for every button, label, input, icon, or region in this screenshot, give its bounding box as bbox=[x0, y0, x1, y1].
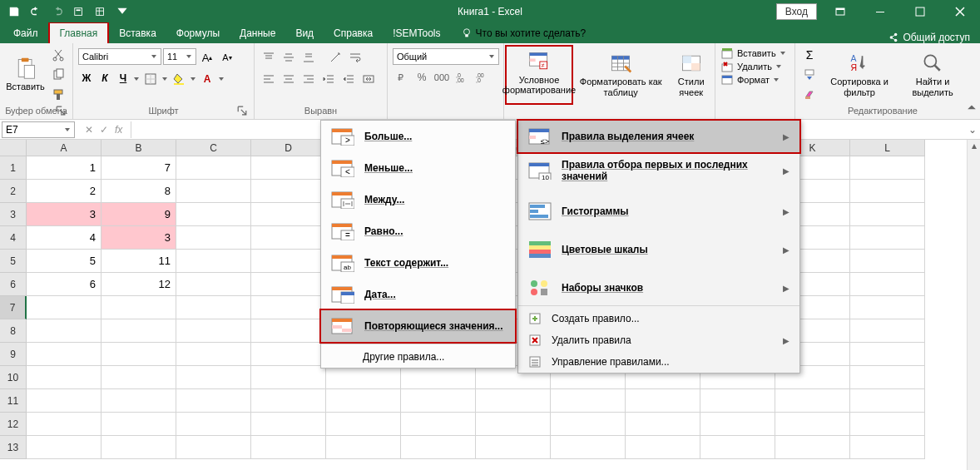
row-header[interactable]: 12 bbox=[0, 413, 27, 436]
underline-button[interactable]: Ч bbox=[115, 70, 131, 87]
menu-text-contains[interactable]: ab Текст содержит... bbox=[321, 247, 515, 279]
sort-filter-button[interactable]: AЯ Сортировка и фильтр bbox=[822, 48, 897, 100]
cell[interactable] bbox=[850, 343, 925, 366]
cell[interactable] bbox=[176, 389, 251, 413]
fontcolor-dropdown[interactable] bbox=[218, 70, 225, 88]
cell[interactable] bbox=[326, 389, 401, 413]
cell[interactable] bbox=[251, 319, 326, 343]
login-button[interactable]: Вход bbox=[776, 3, 817, 20]
italic-button[interactable]: К bbox=[97, 70, 113, 87]
cell[interactable] bbox=[476, 436, 551, 459]
maximize-icon[interactable] bbox=[903, 0, 937, 22]
cell[interactable]: 5 bbox=[27, 250, 101, 273]
copy-icon[interactable] bbox=[49, 66, 67, 84]
borders-dropdown[interactable] bbox=[161, 70, 168, 88]
cell[interactable] bbox=[251, 436, 326, 459]
collapse-ribbon-icon[interactable] bbox=[967, 103, 977, 116]
cell[interactable] bbox=[551, 389, 626, 413]
select-all-corner[interactable] bbox=[0, 140, 27, 156]
redo-icon[interactable] bbox=[48, 2, 67, 21]
comma-icon[interactable]: 000 bbox=[433, 68, 451, 87]
cell[interactable] bbox=[251, 296, 326, 319]
dialog-launcher-icon[interactable] bbox=[237, 106, 247, 116]
cell[interactable] bbox=[850, 413, 925, 436]
cell[interactable]: 12 bbox=[101, 273, 176, 296]
cell[interactable] bbox=[326, 366, 401, 389]
cell[interactable] bbox=[700, 436, 775, 459]
cell[interactable] bbox=[176, 226, 251, 250]
minimize-icon[interactable] bbox=[864, 0, 897, 22]
column-header[interactable]: L bbox=[850, 140, 925, 156]
tab-semtools[interactable]: !SEMTools bbox=[383, 23, 450, 43]
row-header[interactable]: 11 bbox=[0, 389, 27, 413]
ribbon-options-icon[interactable] bbox=[824, 0, 857, 22]
undo-icon[interactable] bbox=[27, 2, 45, 21]
cell[interactable]: 1 bbox=[27, 156, 101, 180]
cell[interactable]: 8 bbox=[101, 180, 176, 203]
fill-down-icon[interactable] bbox=[800, 66, 819, 84]
autosum-icon[interactable]: Σ bbox=[800, 46, 819, 64]
fill-color-icon[interactable] bbox=[170, 70, 188, 88]
cell[interactable] bbox=[850, 319, 925, 343]
cell[interactable] bbox=[850, 296, 925, 319]
cell[interactable] bbox=[101, 366, 176, 389]
cell[interactable] bbox=[476, 389, 551, 413]
close-icon[interactable] bbox=[943, 0, 977, 22]
cell[interactable] bbox=[27, 319, 101, 343]
cell[interactable] bbox=[101, 319, 176, 343]
menu-less-than[interactable]: < Меньше... bbox=[321, 152, 515, 184]
dialog-launcher-icon[interactable] bbox=[56, 106, 66, 116]
conditional-formatting-button[interactable]: ≠ Условное форматирование bbox=[505, 45, 573, 105]
bold-button[interactable]: Ж bbox=[78, 70, 95, 87]
cell[interactable] bbox=[850, 226, 925, 250]
tab-formulas[interactable]: Формулы bbox=[166, 23, 230, 43]
cell[interactable] bbox=[626, 413, 700, 436]
menu-duplicate-values[interactable]: Повторяющиеся значения... bbox=[319, 309, 517, 344]
cell[interactable]: 3 bbox=[101, 226, 176, 250]
cell[interactable] bbox=[27, 296, 101, 319]
row-header[interactable]: 9 bbox=[0, 343, 27, 366]
fx-icon[interactable]: fx bbox=[115, 124, 122, 136]
cell[interactable] bbox=[850, 366, 925, 389]
menu-manage-rules[interactable]: Управление правилами... bbox=[518, 351, 799, 373]
fill-dropdown[interactable] bbox=[190, 70, 196, 88]
cell[interactable] bbox=[775, 436, 850, 459]
cell[interactable] bbox=[326, 413, 401, 436]
cell[interactable] bbox=[27, 413, 101, 436]
clear-icon[interactable] bbox=[800, 86, 819, 104]
cut-icon[interactable] bbox=[49, 46, 67, 64]
cell[interactable] bbox=[251, 180, 326, 203]
align-bottom-icon[interactable] bbox=[299, 48, 318, 67]
cell[interactable]: 11 bbox=[101, 250, 176, 273]
cell[interactable] bbox=[401, 366, 476, 389]
share-button[interactable]: Общий доступ bbox=[888, 32, 970, 43]
cell[interactable]: 4 bbox=[27, 226, 101, 250]
paste-button[interactable]: Вставить bbox=[5, 53, 46, 95]
menu-greater-than[interactable]: > Больше... bbox=[321, 121, 515, 152]
format-cells-button[interactable]: Формат bbox=[720, 73, 780, 87]
cell[interactable]: 9 bbox=[101, 203, 176, 226]
cell[interactable] bbox=[251, 389, 326, 413]
cell[interactable]: 3 bbox=[27, 203, 101, 226]
column-header[interactable]: C bbox=[176, 140, 251, 156]
row-header[interactable]: 2 bbox=[0, 180, 27, 203]
cell[interactable] bbox=[101, 296, 176, 319]
save-icon[interactable] bbox=[5, 2, 23, 21]
cell[interactable] bbox=[176, 366, 251, 389]
name-box[interactable]: E7 bbox=[2, 121, 75, 138]
menu-date-occurring[interactable]: Дата... bbox=[321, 279, 515, 310]
scroll-up-icon[interactable]: ▴ bbox=[968, 140, 980, 153]
cell[interactable] bbox=[626, 436, 700, 459]
row-header[interactable]: 7 bbox=[0, 296, 27, 319]
row-header[interactable]: 6 bbox=[0, 273, 27, 296]
menu-icon-sets[interactable]: Наборы значков ▶ bbox=[518, 272, 799, 304]
tell-me-search[interactable]: Что вы хотите сделать? bbox=[451, 23, 596, 43]
tab-help[interactable]: Справка bbox=[324, 23, 383, 43]
orientation-icon[interactable] bbox=[326, 48, 344, 67]
cell[interactable] bbox=[775, 413, 850, 436]
qat-customize-icon[interactable] bbox=[113, 2, 131, 21]
cell[interactable] bbox=[551, 436, 626, 459]
row-header[interactable]: 8 bbox=[0, 319, 27, 343]
align-center-icon[interactable] bbox=[280, 70, 298, 88]
number-format-combo[interactable]: Общий bbox=[393, 48, 499, 65]
